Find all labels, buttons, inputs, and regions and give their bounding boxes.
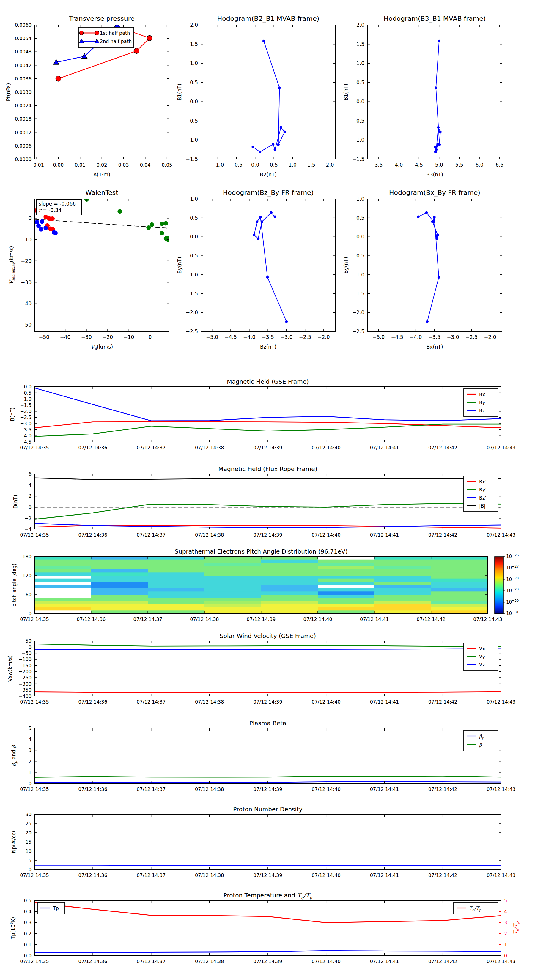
axes-box bbox=[35, 387, 501, 442]
x-tick-label: 07/12 14:37 bbox=[137, 959, 166, 964]
y-tick-label: 0.0048 bbox=[15, 49, 32, 55]
x-tick-label: −20 bbox=[102, 334, 113, 340]
plot-area bbox=[35, 902, 501, 953]
x-tick-label: 0.03 bbox=[118, 162, 129, 168]
x-tick-label: −0.5 bbox=[230, 162, 243, 168]
y-tick-label: 15 bbox=[26, 839, 32, 845]
legend-label: Tp bbox=[53, 905, 59, 911]
legend: Te/Tp bbox=[454, 902, 498, 914]
y-tick-label: 2 bbox=[29, 493, 32, 499]
x-tick-label: 07/12 14:36 bbox=[78, 786, 107, 792]
marker bbox=[274, 215, 276, 218]
chart-hodogram_b2b1: −1.0−0.50.00.51.01.52.0−1.5−1.0−0.50.00.… bbox=[177, 15, 335, 178]
x-tick-label: 5.5 bbox=[455, 162, 463, 168]
legend: βpβ bbox=[464, 730, 498, 751]
x-tick-label: −0.01 bbox=[29, 162, 44, 168]
x-tick-label: 07/12 14:41 bbox=[370, 532, 399, 538]
x-tick-label: 07/12 14:37 bbox=[137, 445, 166, 450]
x-tick-label: 07/12 14:42 bbox=[428, 445, 457, 450]
y-tick-label: −2.5 bbox=[352, 328, 364, 334]
y-tick-label: 60 bbox=[26, 592, 32, 598]
y-tick-label: −250 bbox=[18, 675, 32, 681]
y-tick-label: −0.5 bbox=[186, 118, 198, 124]
y-tick-label: 2.0 bbox=[356, 22, 364, 28]
x-tick-label: 07/12 14:43 bbox=[487, 532, 515, 538]
y-tick-label: −10 bbox=[21, 237, 32, 243]
axes: 07/12 14:3507/12 14:3607/12 14:3707/12 1… bbox=[20, 898, 519, 964]
x-tick-label: 07/12 14:39 bbox=[253, 872, 282, 878]
x-tick-label: 07/12 14:35 bbox=[20, 959, 49, 964]
y-axis-label: By(nT) bbox=[343, 257, 349, 274]
x-tick-label: 4.0 bbox=[395, 162, 403, 168]
y-axis-label: B1(nT) bbox=[343, 84, 349, 101]
y-tick-label: 180 bbox=[22, 554, 32, 560]
plot-area bbox=[35, 478, 501, 528]
y-axis-label: βp and β bbox=[11, 745, 18, 766]
marker bbox=[438, 143, 441, 146]
y-tick-label: 1.0 bbox=[190, 196, 198, 202]
marker bbox=[280, 126, 283, 129]
plot-title: Magnetic Field (GSE Frame) bbox=[227, 378, 309, 385]
marker bbox=[266, 276, 269, 278]
y-tick-label: −200 bbox=[18, 669, 32, 675]
series-Bx_By path bbox=[417, 211, 440, 323]
plot-area bbox=[35, 644, 501, 692]
y-tick-label: 0 bbox=[28, 215, 32, 221]
marker bbox=[150, 223, 154, 227]
right-y-axis-label: Te/Tp bbox=[513, 921, 519, 935]
series-Te/Tp bbox=[35, 902, 501, 923]
axes-box bbox=[201, 25, 335, 159]
x-tick-label: 0 bbox=[148, 334, 152, 340]
x-tick-label: −5.0 bbox=[372, 334, 385, 340]
x-tick-label: 07/12 14:38 bbox=[195, 445, 224, 450]
x-tick-label: 07/12 14:40 bbox=[312, 699, 341, 705]
y-tick-label: 0.5 bbox=[190, 80, 198, 86]
marker bbox=[256, 220, 258, 223]
y-tick-label: 0.0030 bbox=[15, 89, 32, 95]
y-tick-label: −3.0 bbox=[20, 421, 32, 426]
marker bbox=[257, 237, 259, 240]
x-tick-label: 07/12 14:35 bbox=[20, 699, 49, 705]
y-tick-label: 0.0018 bbox=[15, 116, 32, 122]
y-tick-label: −2 bbox=[24, 515, 32, 521]
marker bbox=[252, 234, 255, 236]
y-tick-label: 0.0042 bbox=[15, 63, 32, 68]
series-Bz bbox=[35, 388, 501, 421]
legend: BxByBz bbox=[464, 389, 498, 416]
y-tick-label: 0.0 bbox=[356, 99, 364, 105]
axes: 07/12 14:3507/12 14:3607/12 14:3707/12 1… bbox=[20, 471, 515, 538]
y-tick-label: 3 bbox=[29, 748, 32, 753]
legend-label: 2nd half path bbox=[100, 38, 132, 44]
y-axis-label: Vremaining(km/s) bbox=[8, 246, 16, 285]
y-tick-label: 0 bbox=[29, 781, 32, 786]
x-tick-label: 07/12 14:36 bbox=[78, 532, 107, 538]
right-y-tick-label: 0 bbox=[504, 953, 507, 959]
y-axis-label: Tp(106K) bbox=[10, 917, 16, 940]
y-axis-label: Pt(nPa) bbox=[5, 83, 11, 101]
colorbar: 10−2610−2710−2810−2910−3010−31 bbox=[495, 553, 519, 616]
y-tick-label: 0 bbox=[29, 867, 32, 872]
x-tick-label: 07/12 14:36 bbox=[77, 617, 105, 622]
x-tick-label: 0.00 bbox=[53, 162, 64, 168]
y-tick-label: −1.0 bbox=[186, 272, 198, 278]
x-tick-label: 6.0 bbox=[476, 162, 484, 168]
plot-area bbox=[434, 40, 442, 153]
y-tick-label: 25 bbox=[26, 821, 32, 826]
x-tick-label: 07/12 14:38 bbox=[195, 872, 224, 878]
x-tick-label: 07/12 14:36 bbox=[78, 445, 107, 450]
x-axis-label: B2(nT) bbox=[260, 172, 277, 178]
legend: VxVyVz bbox=[464, 643, 498, 671]
y-axis-label: B1(nT) bbox=[177, 84, 182, 101]
y-tick-label: 0 bbox=[29, 504, 32, 510]
plot-title: Hodogram(B2_B1 MVAB frame) bbox=[217, 15, 319, 22]
plot-title: Suprathermal Electrons Pitch Angle Distr… bbox=[175, 548, 348, 555]
x-tick-label: −2.0 bbox=[318, 334, 330, 340]
marker bbox=[425, 211, 428, 214]
y-tick-label: 1.0 bbox=[356, 196, 364, 202]
chart-hodogram_bxby: −5.0−4.5−4.0−3.5−3.0−2.5−2.0−2.5−2.0−1.5… bbox=[343, 189, 502, 350]
x-tick-label: −3.0 bbox=[280, 334, 292, 340]
marker bbox=[262, 40, 265, 43]
x-tick-label: 07/12 14:41 bbox=[370, 445, 399, 450]
x-tick-label: −2.5 bbox=[299, 334, 311, 340]
marker bbox=[426, 320, 429, 323]
